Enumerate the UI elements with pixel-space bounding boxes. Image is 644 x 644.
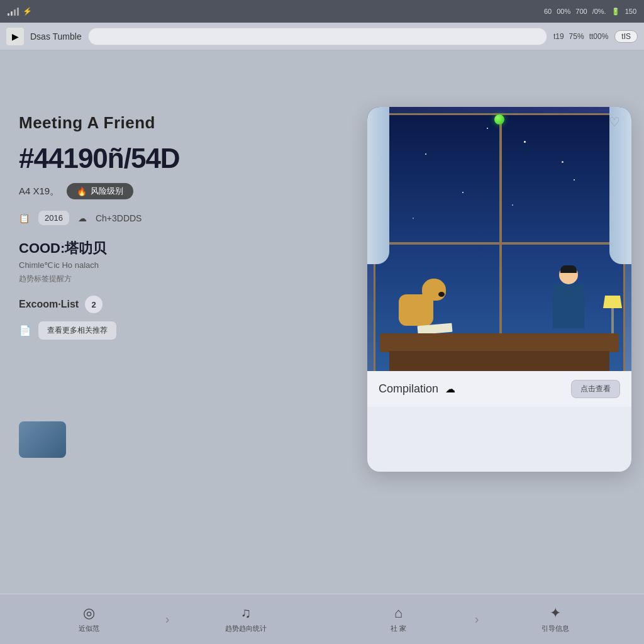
dog-nose (438, 292, 445, 297)
action-icon: 📄 (19, 325, 31, 336)
status-percent1: 60 (544, 8, 552, 15)
wifi-icon: ⚡ (23, 7, 32, 16)
person-hair (560, 265, 577, 273)
meta-tag[interactable]: 🔥 风险级别 (67, 183, 133, 199)
url-bar[interactable] (88, 28, 547, 45)
dog-head (422, 279, 446, 301)
status-right: 60 00% 700 /0%. 🔋 150 (544, 8, 636, 16)
meta-row: A4 X19。 🔥 风险级别 (19, 183, 277, 199)
info-text: Ch+3DDDS (96, 213, 142, 223)
signal-icon (8, 7, 19, 16)
lamp-shade (603, 296, 622, 308)
nav-divider-1: › (165, 612, 170, 626)
person-head (559, 265, 578, 284)
meta-text: A4 X19。 (19, 186, 59, 197)
content-layer: Meeting A Friend #44190ñ/54D A4 X19。 🔥 风… (0, 50, 644, 594)
card-label: Compilation (379, 382, 438, 395)
list-label-text: Excoom·List (19, 299, 79, 310)
meta3: tt00% (589, 32, 609, 41)
left-panel: Meeting A Friend #44190ñ/54D A4 X19。 🔥 风… (0, 101, 296, 543)
nav-item-2[interactable]: ♫ 趋势趋向统计 (169, 605, 322, 633)
nav-icon-2: ♫ (240, 605, 251, 621)
nav-icon-4: ✦ (550, 605, 561, 621)
lamp (603, 296, 622, 333)
section-title: COOD:塔叻贝 (19, 239, 277, 258)
nav-label-4: 引导信息 (541, 624, 569, 633)
status-value2: /0%. (592, 8, 606, 15)
nav-item-3[interactable]: ⌂ 社 家 (322, 605, 475, 633)
cloud-icon: ☁ (78, 213, 87, 223)
card-footer: Compilation ☁ 点击查看 (367, 371, 631, 407)
list-label: Excoom·List 2 (19, 296, 277, 313)
nav-divider-2: › (475, 612, 479, 626)
green-dot (494, 114, 504, 125)
nav-icon-3: ⌂ (394, 605, 402, 621)
lamp-pole (611, 308, 614, 333)
bottom-nav: ◎ 近似范 › ♫ 趋势趋向统计 ⌂ 社 家 › ✦ 引导信息 (0, 594, 644, 644)
card-sub-button[interactable]: 点击查看 (571, 380, 620, 398)
movie-title: Meeting A Friend (19, 113, 277, 133)
section-subtitle: Chimle℃ic Ho nalach (19, 260, 277, 270)
card-cloud-icon: ☁ (445, 384, 455, 394)
nav-icon-1: ◎ (83, 605, 95, 621)
title-bar-meta: t19 75% tt00% (553, 32, 608, 41)
desk-legs (389, 351, 609, 371)
status-battery: 150 (625, 8, 636, 15)
status-left: ⚡ (8, 7, 32, 16)
meta2: 75% (569, 32, 584, 41)
info-icon: 📋 (19, 213, 30, 223)
action-row: 📄 查看更多相关推荐 (19, 321, 277, 340)
app-title: Dsas Tumble (30, 31, 82, 42)
nav-item-1[interactable]: ◎ 近似范 (13, 605, 165, 633)
list-badge: 2 (85, 296, 103, 313)
title-badge[interactable]: tIS (614, 30, 638, 43)
title-bar: ▶ Dsas Tumble t19 75% tt00% tIS (0, 23, 644, 50)
tab-icon[interactable]: ▶ (6, 28, 24, 45)
person-figure (543, 265, 594, 335)
card-label-wrapper: Compilation ☁ (379, 382, 455, 396)
person-body (553, 284, 584, 328)
heart-icon[interactable]: ♡ (609, 114, 620, 130)
status-percent2: 00% (557, 8, 570, 15)
right-card: ♡ (367, 107, 631, 472)
section-tags: 趋势标签提醒方 (19, 274, 277, 284)
info-year: 2016 (38, 211, 69, 225)
action-button[interactable]: 查看更多相关推荐 (38, 321, 117, 340)
status-value1: 700 (575, 8, 587, 15)
nav-label-3: 社 家 (391, 624, 406, 633)
meta1: t19 (553, 32, 564, 41)
fire-icon: 🔥 (77, 187, 87, 196)
price-row: #44190ñ/54D (19, 143, 277, 174)
meta-tag-text: 风险级别 (91, 186, 123, 197)
nav-label-2: 趋势趋向统计 (225, 624, 267, 633)
desk (380, 333, 619, 352)
battery-icon: 🔋 (611, 8, 620, 16)
nav-item-4[interactable]: ✦ 引导信息 (479, 605, 631, 633)
status-bar: ⚡ 60 00% 700 /0%. 🔋 150 (0, 0, 644, 23)
info-row: 📋 2016 ☁ Ch+3DDDS (19, 211, 277, 225)
desk-area (367, 233, 631, 371)
nav-label-1: 近似范 (79, 624, 99, 633)
thumbnail-small (19, 421, 66, 458)
card-image (367, 107, 631, 371)
